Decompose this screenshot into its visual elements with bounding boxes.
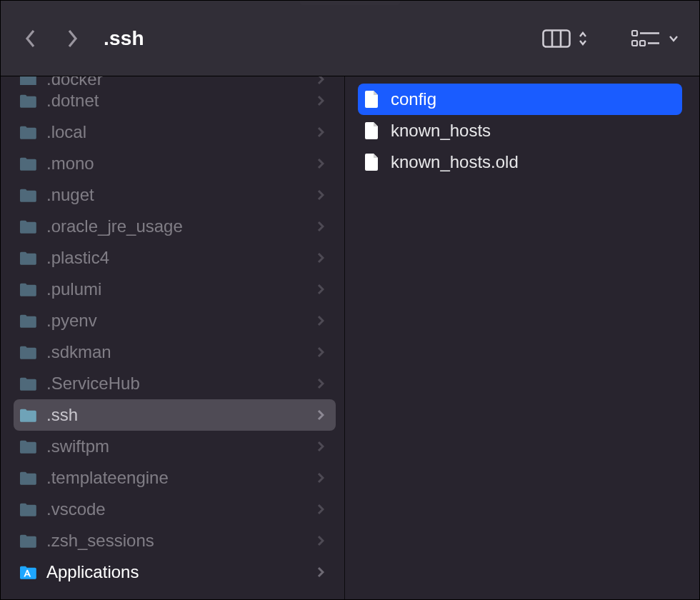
chevron-right-icon xyxy=(314,441,327,452)
item-label: .swiftpm xyxy=(46,436,306,456)
chevron-right-icon xyxy=(314,158,327,169)
folder-icon xyxy=(18,344,38,361)
chevron-right-icon xyxy=(314,189,327,201)
current-folder-title: .ssh xyxy=(104,27,144,50)
finder-window: .ssh xyxy=(0,0,700,600)
file-icon xyxy=(362,154,382,171)
folder-icon xyxy=(18,406,38,424)
file-row-known-hosts-old[interactable]: known_hosts.old xyxy=(358,146,682,178)
up-down-chevron-icon xyxy=(578,30,588,47)
item-label: .oracle_jre_usage xyxy=(46,216,306,236)
forward-button[interactable] xyxy=(65,28,79,49)
chevron-right-icon xyxy=(314,95,327,106)
item-label: .local xyxy=(46,122,306,142)
parent-folder-column[interactable]: .docker .dotnet .local .mono .nuget .ora… xyxy=(1,76,345,599)
folder-row-nuget[interactable]: .nuget xyxy=(14,179,336,211)
file-row-known-hosts[interactable]: known_hosts xyxy=(358,115,682,146)
chevron-right-icon xyxy=(66,29,78,49)
folder-row-oracle-jre-usage[interactable]: .oracle_jre_usage xyxy=(14,211,336,242)
chevron-right-icon xyxy=(314,409,327,421)
folder-icon xyxy=(18,375,38,392)
folder-row-sdkman[interactable]: .sdkman xyxy=(14,336,336,368)
folder-row-templateengine[interactable]: .templateengine xyxy=(14,462,336,494)
chevron-right-icon xyxy=(314,535,327,546)
folder-row-local[interactable]: .local xyxy=(14,116,336,148)
folder-icon xyxy=(18,438,38,455)
svg-rect-5 xyxy=(632,41,637,46)
navigation-group xyxy=(24,28,79,49)
folder-icon xyxy=(18,124,38,141)
svg-rect-6 xyxy=(640,41,645,46)
folder-icon xyxy=(18,281,38,298)
column-view: .docker .dotnet .local .mono .nuget .ora… xyxy=(1,76,699,599)
folder-row-mono[interactable]: .mono xyxy=(14,148,336,179)
item-label: .sdkman xyxy=(46,342,306,362)
chevron-right-icon xyxy=(314,472,327,484)
folder-icon xyxy=(18,501,38,518)
file-icon xyxy=(362,91,382,108)
chevron-right-icon xyxy=(314,252,327,264)
folder-row-plastic4[interactable]: .plastic4 xyxy=(14,242,336,274)
svg-rect-0 xyxy=(544,30,570,46)
folder-row-docker[interactable]: .docker xyxy=(14,76,336,85)
folder-row-dotnet[interactable]: .dotnet xyxy=(14,85,336,116)
folder-row-applications[interactable]: Applications xyxy=(14,556,336,588)
item-label: .mono xyxy=(46,154,306,174)
file-row-config[interactable]: config xyxy=(358,84,682,115)
svg-rect-3 xyxy=(632,31,637,36)
folder-row-vscode[interactable]: .vscode xyxy=(14,494,336,525)
folder-icon xyxy=(18,186,38,204)
item-label: .templateengine xyxy=(46,468,306,488)
item-label: .pulumi xyxy=(46,279,306,299)
item-label: .dotnet xyxy=(46,91,306,111)
folder-icon xyxy=(18,155,38,172)
item-label: known_hosts.old xyxy=(391,152,674,172)
item-label: .pyenv xyxy=(46,311,306,331)
item-label: .docker xyxy=(46,76,306,85)
folder-row-swiftpm[interactable]: .swiftpm xyxy=(14,431,336,462)
folder-row-zsh-sessions[interactable]: .zsh_sessions xyxy=(14,525,336,556)
chevron-right-icon xyxy=(314,566,327,578)
chevron-right-icon xyxy=(314,346,327,358)
file-icon xyxy=(362,122,382,139)
chevron-right-icon xyxy=(314,126,327,138)
folder-icon xyxy=(18,469,38,486)
folder-icon xyxy=(18,92,38,109)
chevron-right-icon xyxy=(314,221,327,232)
item-label: .plastic4 xyxy=(46,248,306,268)
toolbar: .ssh xyxy=(1,1,699,76)
view-columns-button[interactable] xyxy=(542,29,588,49)
back-button[interactable] xyxy=(24,28,38,49)
folder-row-servicehub[interactable]: .ServiceHub xyxy=(14,368,336,399)
folder-icon xyxy=(18,76,38,85)
item-label: config xyxy=(391,89,674,109)
folder-icon xyxy=(18,249,38,266)
item-label: .zsh_sessions xyxy=(46,531,306,551)
item-label: .ServiceHub xyxy=(46,374,306,394)
chevron-right-icon xyxy=(314,378,327,389)
chevron-left-icon xyxy=(25,29,36,49)
item-label: .vscode xyxy=(46,499,306,519)
chevron-right-icon xyxy=(314,315,327,326)
folder-icon xyxy=(18,532,38,549)
titlebar-notch xyxy=(300,1,400,5)
folder-icon xyxy=(18,218,38,235)
current-folder-column[interactable]: config known_hosts known_hosts.old xyxy=(345,76,699,599)
columns-view-icon xyxy=(542,29,571,49)
folder-row-pyenv[interactable]: .pyenv xyxy=(14,305,336,336)
applications-folder-icon xyxy=(18,564,38,581)
item-label: .ssh xyxy=(46,405,306,425)
folder-row-pulumi[interactable]: .pulumi xyxy=(14,274,336,305)
item-label: known_hosts xyxy=(391,121,674,141)
folder-row-ssh[interactable]: .ssh xyxy=(14,399,336,431)
chevron-down-icon xyxy=(668,33,679,44)
chevron-right-icon xyxy=(314,504,327,515)
item-label: Applications xyxy=(46,562,306,582)
toolbar-right-group xyxy=(542,29,679,49)
chevron-right-icon xyxy=(314,76,327,85)
chevron-right-icon xyxy=(314,284,327,295)
group-by-button[interactable] xyxy=(631,29,679,49)
folder-icon xyxy=(18,312,38,329)
item-label: .nuget xyxy=(46,185,306,205)
group-icon xyxy=(631,29,661,49)
